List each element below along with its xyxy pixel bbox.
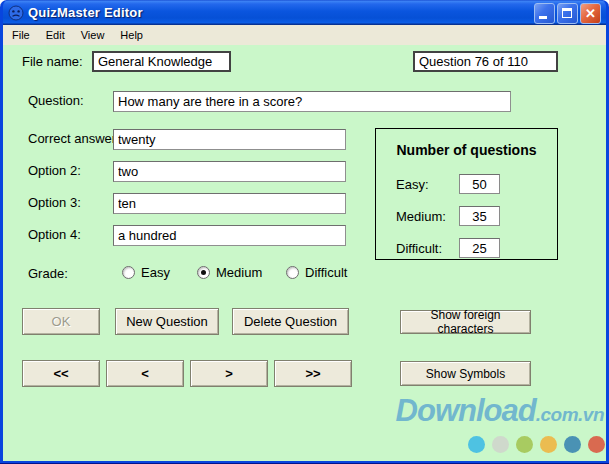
radio-medium-circle: [197, 266, 210, 279]
correct-answer-input[interactable]: [113, 129, 346, 150]
title-bar[interactable]: QuizMaster Editor ✕: [3, 0, 606, 25]
last-question-button[interactable]: >>: [274, 360, 352, 387]
radio-difficult[interactable]: Difficult: [286, 265, 347, 280]
show-symbols-button[interactable]: Show Symbols: [400, 361, 531, 386]
delete-question-button[interactable]: Delete Question: [232, 308, 349, 335]
question-label: Question:: [28, 93, 84, 108]
question-input[interactable]: [113, 91, 511, 112]
count-medium-label: Medium:: [396, 209, 446, 224]
client-area: File name: Question: Correct answer: Opt…: [3, 45, 606, 461]
option4-input[interactable]: [113, 225, 346, 246]
smiley-face-icon: [8, 5, 24, 21]
option3-label: Option 3:: [28, 195, 81, 210]
first-question-button[interactable]: <<: [22, 360, 100, 387]
window-title: QuizMaster Editor: [28, 5, 143, 20]
count-easy-label: Easy:: [396, 177, 429, 192]
watermark-dot: [564, 436, 581, 453]
watermark-dot: [540, 436, 557, 453]
menu-file[interactable]: File: [4, 27, 38, 43]
grade-label: Grade:: [28, 266, 68, 281]
number-of-questions-group: Number of questions Easy: Medium: Diffic…: [375, 128, 558, 260]
option2-input[interactable]: [113, 161, 346, 182]
watermark-dot: [468, 436, 485, 453]
watermark-dot: [588, 436, 605, 453]
watermark-text: Download: [396, 393, 536, 428]
number-of-questions-title: Number of questions: [376, 142, 557, 158]
watermark-logo: Download.com.vn: [344, 395, 604, 426]
window-controls: ✕: [534, 3, 601, 24]
correct-answer-label: Correct answer:: [28, 131, 120, 146]
count-difficult-label: Difficult:: [396, 241, 442, 256]
menu-help[interactable]: Help: [112, 27, 151, 43]
menu-bar: File Edit View Help: [3, 25, 606, 45]
radio-medium-label: Medium: [216, 265, 262, 280]
question-counter-box[interactable]: [413, 51, 558, 72]
menu-edit[interactable]: Edit: [38, 27, 73, 43]
previous-question-button[interactable]: <: [106, 360, 184, 387]
ok-button[interactable]: OK: [22, 308, 100, 335]
app-window: QuizMaster Editor ✕ File Edit View Help …: [0, 0, 609, 464]
radio-easy-circle: [122, 266, 135, 279]
new-question-button[interactable]: New Question: [115, 308, 219, 335]
close-icon: ✕: [581, 4, 600, 23]
radio-easy[interactable]: Easy: [122, 265, 170, 280]
minimize-button[interactable]: [534, 3, 555, 24]
option2-label: Option 2:: [28, 163, 81, 178]
next-question-button[interactable]: >: [190, 360, 268, 387]
option4-label: Option 4:: [28, 227, 81, 242]
minimize-icon: [539, 16, 547, 19]
option3-input[interactable]: [113, 193, 346, 214]
menu-view[interactable]: View: [73, 27, 113, 43]
file-name-input[interactable]: [92, 51, 231, 72]
watermark-dot: [492, 436, 509, 453]
watermark-dots: [468, 436, 605, 453]
radio-medium[interactable]: Medium: [197, 265, 262, 280]
watermark-dot: [516, 436, 533, 453]
watermark-suffix: .com.vn: [536, 404, 604, 425]
show-foreign-characters-button[interactable]: Show foreign characters: [400, 310, 531, 334]
count-medium-input[interactable]: [459, 206, 500, 226]
count-difficult-input[interactable]: [459, 238, 500, 258]
file-name-label: File name:: [22, 54, 83, 69]
count-easy-input[interactable]: [459, 174, 500, 194]
maximize-button[interactable]: [557, 3, 578, 24]
radio-difficult-circle: [286, 266, 299, 279]
radio-difficult-label: Difficult: [305, 265, 347, 280]
radio-easy-label: Easy: [141, 265, 170, 280]
close-button[interactable]: ✕: [580, 3, 601, 24]
maximize-icon: [562, 8, 572, 18]
